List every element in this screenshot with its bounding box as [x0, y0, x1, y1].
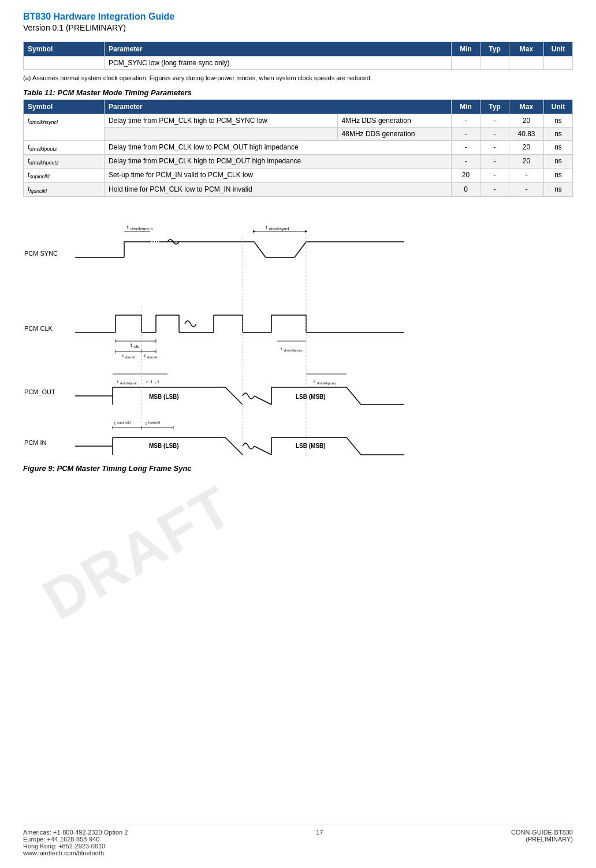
cell-unit	[544, 57, 573, 70]
svg-text:dmclklpoutz: dmclklpoutz	[284, 349, 303, 352]
cell-typ	[480, 57, 509, 70]
cell-max: 20	[509, 114, 544, 128]
cell-typ: -	[480, 169, 509, 182]
footer-right-line1: CONN-GUIDE-BT830	[511, 829, 573, 836]
table-row: tdmclklpoutz Delay time from PCM_CLK low…	[24, 141, 573, 155]
top-table: Symbol Parameter Min Typ Max Unit PCM_SY…	[23, 42, 573, 70]
footer-center: 17	[316, 829, 323, 856]
footer-left-line2: Europe: +44-1628-858-940	[23, 836, 128, 843]
cell-min: 0	[452, 182, 480, 196]
th-unit: Unit	[544, 100, 573, 114]
cell-symbol: tsupinclkl	[24, 169, 105, 182]
cell-param-label: Delay time from PCM_CLK high to PCM_SYNC…	[105, 114, 338, 128]
pcm-clk-label: PCM CLK	[24, 325, 53, 332]
svg-text:t: t	[314, 380, 315, 384]
svg-line-76	[254, 446, 271, 455]
cell-unit2: ns	[544, 128, 573, 141]
cell-min2: -	[452, 128, 480, 141]
table-row: PCM_SYNC low (long frame sync only)	[24, 57, 573, 70]
svg-line-79	[347, 437, 361, 455]
svg-text:LSB (MSB): LSB (MSB)	[296, 394, 326, 400]
draft-watermark: DRAFT	[32, 472, 244, 633]
svg-text:MSB (LSB): MSB (LSB)	[149, 394, 179, 400]
cell-max: -	[509, 182, 544, 196]
svg-text:supinclkl: supinclkl	[117, 421, 131, 424]
doc-subtitle: Version 0.1 (PRELIMINARY)	[23, 23, 573, 32]
svg-text:t: t	[114, 421, 116, 425]
svg-line-58	[347, 387, 361, 405]
table-row: thpinclkl Hold time for PCM_CLK low to P…	[24, 182, 573, 196]
cell-unit: ns	[544, 169, 573, 182]
doc-title: BT830 Hardware Integration Guide	[23, 12, 573, 22]
col-header-symbol: Symbol	[24, 42, 105, 57]
svg-line-8	[295, 242, 306, 257]
cell-min: -	[452, 114, 480, 128]
cell-subparam: 4MHz DDS generation	[337, 114, 451, 128]
pcm-in-label: PCM IN	[24, 439, 47, 446]
svg-text:hpinclkl: hpinclkl	[148, 421, 160, 424]
table-row: tsupinclkl Set-up time for PCM_IN valid …	[24, 169, 573, 182]
cell-max2: 40.83	[509, 128, 544, 141]
svg-text:LSB (MSB): LSB (MSB)	[296, 443, 326, 449]
cell-unit: ns	[544, 141, 573, 155]
cell-min: -	[452, 141, 480, 155]
col-header-min: Min	[452, 42, 480, 57]
cell-max: 20	[509, 155, 544, 169]
svg-line-74	[225, 437, 243, 455]
cell-typ2: -	[480, 128, 509, 141]
footer: Americas: +1-800-492-2320 Option 2 Europ…	[23, 825, 573, 856]
table-row: 48MHz DDS generation - - 40.83 ns	[24, 128, 573, 141]
th-typ: Typ	[480, 100, 509, 114]
th-symbol: Symbol	[24, 100, 105, 114]
cell-min	[452, 57, 480, 70]
svg-text:dmclklpout: dmclklpout	[120, 381, 137, 385]
cell-min: -	[452, 155, 480, 169]
note-text: (a) Assumes normal system clock operatio…	[23, 74, 573, 81]
svg-line-53	[225, 387, 243, 405]
svg-text:t: t	[266, 225, 267, 230]
cell-typ: -	[480, 155, 509, 169]
svg-text:clk: clk	[134, 345, 139, 349]
svg-text:dmclksync.b: dmclksync.b	[131, 227, 153, 231]
cell-param: PCM_SYNC low (long frame sync only)	[105, 57, 452, 70]
cell-max	[509, 57, 544, 70]
cell-symbol	[24, 57, 105, 70]
pcm-sync-label: PCM SYNC	[24, 250, 58, 257]
footer-right-line2: (PRELIMINARY)	[511, 836, 573, 843]
col-header-max: Max	[509, 42, 544, 57]
th-min: Min	[452, 100, 480, 114]
svg-text:t: t	[281, 346, 282, 351]
cell-max: 20	[509, 141, 544, 155]
svg-text:dmclkh: dmclkh	[147, 356, 158, 359]
svg-text:t: t	[158, 379, 159, 384]
figure-caption: Figure 9: PCM Master Timing Long Frame S…	[23, 464, 573, 473]
cell-max: -	[509, 169, 544, 182]
svg-text:t: t	[144, 354, 146, 358]
table-row: tdmclkhpoutz Delay time from PCM_CLK hig…	[24, 155, 573, 169]
cell-typ: -	[480, 114, 509, 128]
svg-text:dmclkl: dmclkl	[125, 356, 135, 359]
footer-left-line3: Hong Kong: +852-2923-0610	[23, 843, 128, 850]
th-parameter: Parameter	[105, 100, 452, 114]
table11-title: Table 11: PCM Master Mode Timing Paramet…	[23, 88, 573, 97]
table11: Symbol Parameter Min Typ Max Unit tdmclk…	[23, 99, 573, 197]
svg-text:f: f	[155, 381, 156, 385]
cell-min: 20	[452, 169, 480, 182]
svg-line-55	[254, 396, 271, 405]
cell-symbol: thpinclkl	[24, 182, 105, 196]
svg-text:t: t	[131, 342, 132, 348]
cell-typ: -	[480, 141, 509, 155]
cell-param: Delay time from PCM_CLK high to PCM_OUT …	[105, 155, 452, 169]
cell-unit: ns	[544, 114, 573, 128]
footer-left-line4: www.lairdtech.com/bluetooth	[23, 850, 128, 856]
svg-text:MSB (LSB): MSB (LSB)	[149, 443, 179, 449]
svg-text:dmclksyncl: dmclksyncl	[269, 227, 289, 231]
svg-line-6	[254, 242, 266, 257]
cell-typ: -	[480, 182, 509, 196]
footer-left: Americas: +1-800-492-2320 Option 2 Europ…	[23, 829, 128, 856]
svg-text:t: t	[122, 354, 124, 358]
col-header-param: Parameter	[105, 42, 452, 57]
col-header-unit: Unit	[544, 42, 573, 57]
cell-unit: ns	[544, 182, 573, 196]
svg-text:← t: ← t	[145, 379, 152, 384]
